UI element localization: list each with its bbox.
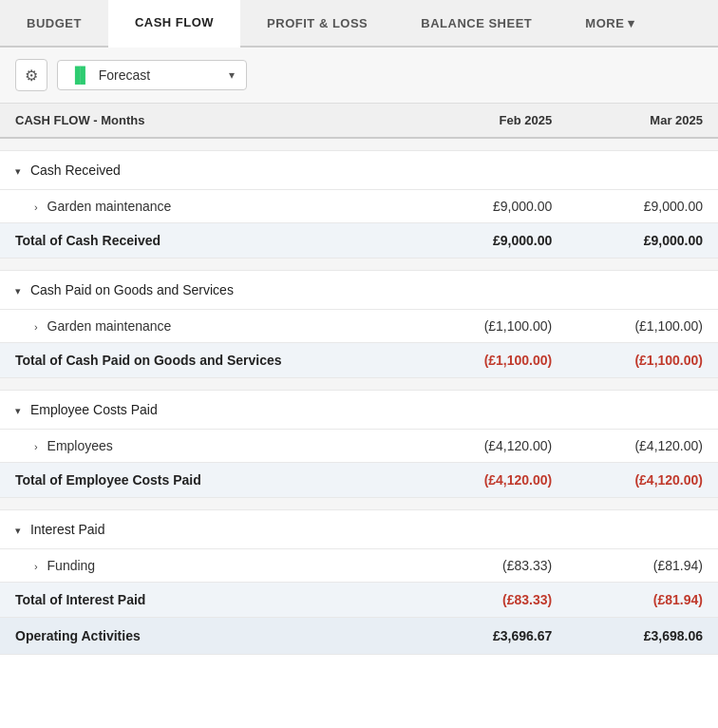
row-feb-amount: (£4,120.00) bbox=[416, 430, 567, 463]
spacer-row-4 bbox=[0, 498, 718, 510]
section-label-cash-received: Cash Received bbox=[30, 163, 121, 178]
total-feb: (£1,100.00) bbox=[416, 343, 567, 378]
total-label: Total of Cash Received bbox=[0, 223, 416, 259]
total-mar: (£81.94) bbox=[567, 583, 718, 618]
total-feb: £9,000.00 bbox=[416, 223, 567, 259]
tab-cash-flow[interactable]: CASH FLOW bbox=[108, 0, 240, 48]
toolbar: ⚙ ▐▌ Forecast ▾ bbox=[0, 48, 718, 104]
expand-icon-2[interactable]: › bbox=[34, 321, 38, 333]
section-header-employee-costs: ▾ Employee Costs Paid bbox=[0, 391, 718, 430]
section-label-employee-costs: Employee Costs Paid bbox=[30, 402, 158, 417]
total-mar: £9,000.00 bbox=[567, 223, 718, 259]
operating-label: Operating Activities bbox=[0, 618, 416, 655]
spacer-row-3 bbox=[0, 378, 718, 391]
section-header-cash-received: ▾ Cash Received bbox=[0, 151, 718, 190]
cash-flow-table: CASH FLOW - Months Feb 2025 Mar 2025 ▾ C… bbox=[0, 104, 718, 655]
total-label: Total of Cash Paid on Goods and Services bbox=[0, 343, 416, 378]
row-label: Garden maintenance bbox=[47, 318, 172, 334]
spacer-row-1 bbox=[0, 138, 718, 151]
chart-icon: ▐▌ bbox=[69, 67, 91, 84]
expand-icon[interactable]: › bbox=[34, 201, 38, 213]
collapse-icon-2[interactable]: ▾ bbox=[15, 285, 21, 297]
expand-icon-4[interactable]: › bbox=[34, 561, 38, 572]
operating-activities-row: Operating Activities £3,696.67 £3,698.06 bbox=[0, 618, 718, 655]
settings-button[interactable]: ⚙ bbox=[15, 59, 47, 91]
col-header-feb: Feb 2025 bbox=[416, 104, 567, 138]
section-header-interest-paid: ▾ Interest Paid bbox=[0, 510, 718, 549]
tab-more[interactable]: MORE ▾ bbox=[558, 0, 662, 46]
gear-icon: ⚙ bbox=[25, 67, 38, 85]
tab-profit-loss[interactable]: PROFIT & LOSS bbox=[240, 0, 394, 46]
forecast-dropdown[interactable]: ▐▌ Forecast ▾ bbox=[57, 60, 247, 90]
col-header-label: CASH FLOW - Months bbox=[0, 104, 416, 138]
total-mar: (£4,120.00) bbox=[567, 463, 718, 498]
tab-bar: BUDGET CASH FLOW PROFIT & LOSS BALANCE S… bbox=[0, 0, 718, 48]
row-feb-amount: (£1,100.00) bbox=[416, 310, 567, 343]
row-feb-amount: £9,000.00 bbox=[416, 190, 567, 223]
row-label: Employees bbox=[47, 438, 113, 453]
row-feb-amount: (£83.33) bbox=[416, 549, 567, 583]
row-mar-amount: (£1,100.00) bbox=[567, 310, 718, 343]
row-label: Funding bbox=[47, 558, 96, 573]
chevron-down-icon: ▾ bbox=[628, 16, 635, 30]
total-row-cash-paid-goods: Total of Cash Paid on Goods and Services… bbox=[0, 343, 718, 378]
table-header-row: CASH FLOW - Months Feb 2025 Mar 2025 bbox=[0, 104, 718, 138]
section-header-cash-paid-goods: ▾ Cash Paid on Goods and Services bbox=[0, 271, 718, 310]
section-label-cash-paid: Cash Paid on Goods and Services bbox=[30, 282, 234, 297]
operating-feb: £3,696.67 bbox=[416, 618, 567, 655]
dropdown-chevron-icon: ▾ bbox=[229, 68, 235, 82]
collapse-icon[interactable]: ▾ bbox=[15, 165, 21, 178]
total-mar: (£1,100.00) bbox=[567, 343, 718, 378]
more-label: MORE bbox=[585, 16, 624, 30]
row-mar-amount: £9,000.00 bbox=[567, 190, 718, 223]
tab-balance-sheet[interactable]: BALANCE SHEET bbox=[394, 0, 558, 46]
operating-mar: £3,698.06 bbox=[567, 618, 718, 655]
row-employees: › Employees (£4,120.00) (£4,120.00) bbox=[0, 430, 718, 463]
collapse-icon-4[interactable]: ▾ bbox=[15, 525, 21, 537]
total-feb: (£83.33) bbox=[416, 583, 567, 618]
row-mar-amount: (£81.94) bbox=[567, 549, 718, 583]
section-label-interest-paid: Interest Paid bbox=[30, 522, 105, 537]
row-garden-maintenance-received: › Garden maintenance £9,000.00 £9,000.00 bbox=[0, 190, 718, 223]
forecast-label: Forecast bbox=[99, 67, 221, 83]
total-label: Total of Interest Paid bbox=[0, 583, 416, 618]
collapse-icon-3[interactable]: ▾ bbox=[15, 405, 21, 417]
row-garden-maintenance-paid: › Garden maintenance (£1,100.00) (£1,100… bbox=[0, 310, 718, 343]
total-row-cash-received: Total of Cash Received £9,000.00 £9,000.… bbox=[0, 223, 718, 259]
row-funding: › Funding (£83.33) (£81.94) bbox=[0, 549, 718, 583]
total-feb: (£4,120.00) bbox=[416, 463, 567, 498]
tab-budget[interactable]: BUDGET bbox=[0, 0, 108, 46]
total-label: Total of Employee Costs Paid bbox=[0, 463, 416, 498]
spacer-row-2 bbox=[0, 259, 718, 271]
row-mar-amount: (£4,120.00) bbox=[567, 430, 718, 463]
expand-icon-3[interactable]: › bbox=[34, 441, 38, 452]
col-header-mar: Mar 2025 bbox=[567, 104, 718, 138]
total-row-employee-costs: Total of Employee Costs Paid (£4,120.00)… bbox=[0, 463, 718, 498]
total-row-interest-paid: Total of Interest Paid (£83.33) (£81.94) bbox=[0, 583, 718, 618]
row-label: Garden maintenance bbox=[47, 199, 172, 214]
